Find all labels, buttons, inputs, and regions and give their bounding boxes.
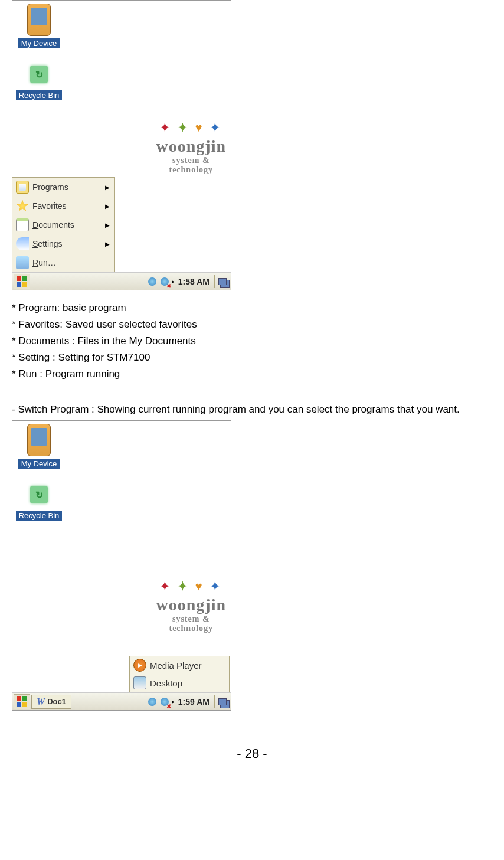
start-button[interactable] [14,694,30,709]
settings-icon [16,237,29,250]
windows-flag-icon [17,276,27,287]
page-number: - 28 - [12,746,492,761]
my-device-icon[interactable]: My Device [12,4,66,48]
system-tray: ▸ 1:58 AM [147,275,230,288]
programs-folder-icon [16,181,29,194]
media-player-icon [133,659,146,672]
windows-flag-icon [17,696,27,707]
note-documents: * Documents : Files in the My Documents [12,335,492,347]
recycle-icon: ↻ [24,480,54,508]
network-icon[interactable] [147,696,158,707]
switch-item-desktop[interactable]: Desktop [130,674,229,692]
star-icon [16,200,29,212]
switch-media-label: Media Player [150,660,202,671]
screenshot-start-menu: My Device ↻ Recycle Bin ✦ ✦ ♥ ✦ woongjin… [12,0,231,290]
recycle-bin-icon[interactable]: ↻ Recycle Bin [12,480,66,521]
switch-program-button[interactable] [214,275,230,288]
note-switch-program: - Switch Program : Showing current runni… [12,404,492,416]
taskbar-clock[interactable]: 1:58 AM [176,277,211,286]
chevron-right-icon: ▶ [105,203,110,210]
my-device-icon[interactable]: My Device [12,424,66,469]
taskbar-clock[interactable]: 1:59 AM [176,697,211,707]
switch-desktop-label: Desktop [150,678,182,688]
switch-item-media-player[interactable]: Media Player [130,656,229,674]
menu-programs[interactable]: Programs ▶ [12,178,114,197]
run-icon [16,256,29,269]
chevron-right-icon: ▶ [105,184,110,191]
logo-brand: woongjin [156,596,226,614]
note-program: * Program: basic program [12,302,492,314]
woongjin-logo: ✦ ✦ ♥ ✦ woongjin system & technology [156,584,226,633]
menu-documents[interactable]: Documents ▶ [12,215,114,234]
note-favorites: * Favorites: Saved user selected favorit… [12,319,492,331]
start-button[interactable] [14,274,30,289]
network-disconnected-icon[interactable] [159,696,170,707]
logo-tag1: system & [156,614,226,624]
desktop-area: My Device ↻ Recycle Bin ✦ ✦ ♥ ✦ woongjin… [12,1,231,272]
logo-tag2: technology [156,624,226,633]
taskbar-app-doc1[interactable]: W Doc1 [31,695,71,709]
start-menu: Programs ▶ Favorites ▶ Documents ▶ Setti… [12,177,115,272]
my-device-label: My Device [18,38,60,48]
menu-settings[interactable]: Settings ▶ [12,234,114,253]
recycle-bin-icon[interactable]: ↻ Recycle Bin [12,60,66,100]
switch-program-popup: Media Player Desktop [129,656,230,692]
taskbar: ▸ 1:58 AM [12,272,231,290]
word-app-icon: W [37,696,45,707]
menu-favorites[interactable]: Favorites ▶ [12,197,114,215]
note-setting: * Setting : Setting for STM7100 [12,352,492,364]
tray-separator: ▸ [172,698,175,705]
recycle-bin-label: Recycle Bin [16,511,63,521]
tray-separator: ▸ [172,278,175,285]
chevron-right-icon: ▶ [105,241,110,247]
logo-tag1: system & [156,156,226,165]
logo-tag2: technology [156,165,226,175]
pda-device-icon [27,4,51,36]
screenshot-switch-program: My Device ↻ Recycle Bin ✦ ✦ ♥ ✦ woongjin… [12,420,231,711]
recycle-bin-label: Recycle Bin [16,90,63,100]
taskbar: W Doc1 ▸ 1:59 AM [12,692,231,710]
chevron-right-icon: ▶ [105,222,110,228]
menu-run[interactable]: Run… [12,253,114,272]
note-run: * Run : Program running [12,368,492,380]
system-tray: ▸ 1:59 AM [147,695,230,708]
document-icon [16,218,29,231]
desktop-icon [133,676,146,689]
taskbar-app-label: Doc1 [47,697,66,706]
desktop-area: My Device ↻ Recycle Bin ✦ ✦ ♥ ✦ woongjin… [12,421,231,692]
recycle-icon: ↻ [24,60,54,88]
woongjin-logo: ✦ ✦ ♥ ✦ woongjin system & technology [156,125,226,175]
my-device-label: My Device [18,459,60,469]
logo-brand: woongjin [156,137,226,156]
network-icon[interactable] [147,276,158,287]
network-disconnected-icon[interactable] [159,276,170,287]
pda-device-icon [27,424,51,456]
switch-program-button[interactable] [214,695,230,708]
notes-block: * Program: basic program * Favorites: Sa… [12,302,492,416]
